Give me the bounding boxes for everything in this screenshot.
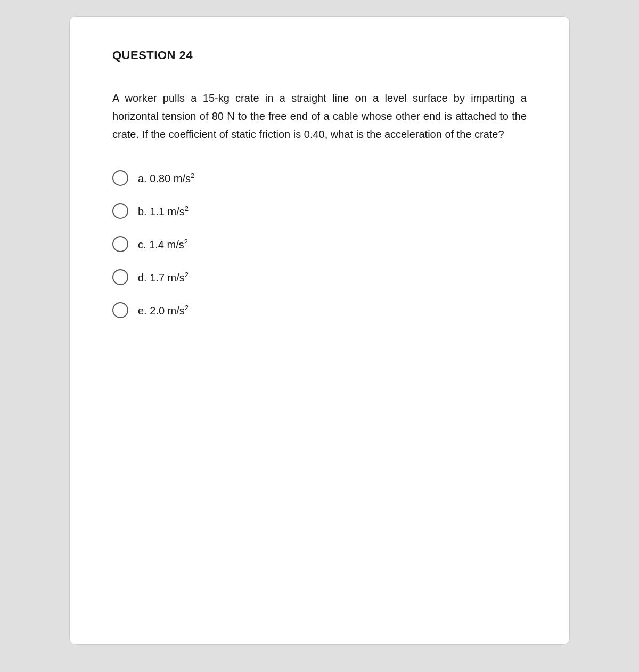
radio-b[interactable] — [112, 203, 128, 219]
option-label-d: d. 1.7 m/s2 — [138, 271, 189, 284]
option-label-e: e. 2.0 m/s2 — [138, 304, 189, 317]
options-list: a. 0.80 m/s2b. 1.1 m/s2c. 1.4 m/s2d. 1.7… — [112, 170, 527, 318]
option-label-b: b. 1.1 m/s2 — [138, 205, 189, 218]
option-d[interactable]: d. 1.7 m/s2 — [112, 269, 527, 285]
option-b[interactable]: b. 1.1 m/s2 — [112, 203, 527, 219]
option-a[interactable]: a. 0.80 m/s2 — [112, 170, 527, 186]
question-text: A worker pulls a 15-kg crate in a straig… — [112, 89, 527, 143]
question-card: QUESTION 24 A worker pulls a 15-kg crate… — [69, 16, 570, 645]
radio-a[interactable] — [112, 170, 128, 186]
option-c[interactable]: c. 1.4 m/s2 — [112, 236, 527, 252]
option-e[interactable]: e. 2.0 m/s2 — [112, 302, 527, 318]
option-label-c: c. 1.4 m/s2 — [138, 238, 188, 251]
radio-c[interactable] — [112, 236, 128, 252]
radio-d[interactable] — [112, 269, 128, 285]
option-label-a: a. 0.80 m/s2 — [138, 172, 194, 185]
radio-e[interactable] — [112, 302, 128, 318]
question-title: QUESTION 24 — [112, 48, 527, 62]
